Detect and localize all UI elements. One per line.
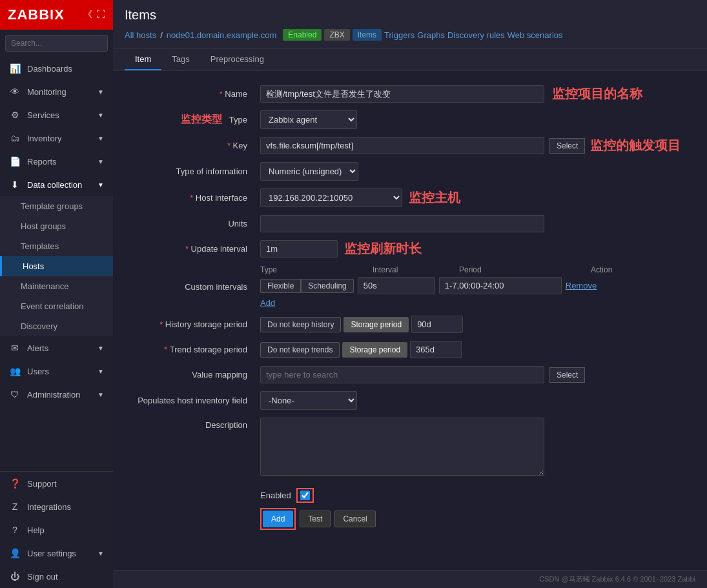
- add-button[interactable]: Add: [263, 511, 293, 527]
- trend-storage-period-button[interactable]: Storage period: [342, 342, 407, 358]
- sidebar-item-administration[interactable]: 🛡 Administration ▼: [0, 383, 113, 406]
- sidebar-item-users[interactable]: 👥 Users ▼: [0, 360, 113, 383]
- sidebar-item-monitoring[interactable]: 👁 Monitoring ▼: [0, 80, 113, 103]
- key-select-button[interactable]: Select: [549, 138, 585, 154]
- sidebar-item-services[interactable]: ⚙ Services ▼: [0, 103, 113, 127]
- breadcrumb-triggers[interactable]: Triggers: [384, 30, 415, 40]
- tab-item[interactable]: Item: [125, 49, 161, 70]
- cancel-button[interactable]: Cancel: [334, 511, 375, 527]
- annotation-type: 监控类型: [181, 114, 222, 125]
- history-storage-value-input[interactable]: [411, 316, 463, 333]
- name-input[interactable]: [260, 85, 544, 103]
- sidebar-label-help: Help: [27, 525, 45, 535]
- sidebar-label-integrations: Integrations: [27, 502, 71, 512]
- sidebar-item-inventory[interactable]: 🗂 Inventory ▼: [0, 127, 113, 150]
- sidebar-item-integrations[interactable]: Z Integrations: [0, 495, 113, 518]
- add-button-wrapper: Add: [260, 508, 296, 530]
- label-key: Key: [126, 133, 255, 158]
- tab-preprocessing[interactable]: Preprocessing: [200, 49, 274, 70]
- description-textarea[interactable]: [260, 418, 544, 476]
- sidebar-item-data-collection[interactable]: ⬇ Data collection ▼: [0, 173, 113, 196]
- label-trend-storage: Trend storage period: [126, 337, 255, 362]
- search-input[interactable]: [5, 35, 108, 52]
- sidebar-item-support[interactable]: ❓ Support: [0, 472, 113, 495]
- units-input[interactable]: [260, 215, 544, 232]
- sidebar-item-template-groups[interactable]: Template groups: [0, 196, 113, 216]
- logo-text: ZABBIX: [8, 6, 65, 23]
- period-value-input[interactable]: [439, 277, 562, 294]
- add-interval-link[interactable]: Add: [260, 298, 275, 308]
- history-storage-group: Do not keep history Storage period: [260, 316, 689, 333]
- help-icon: ?: [9, 525, 21, 535]
- label-type: 监控类型 Type: [126, 106, 255, 133]
- enabled-checkbox[interactable]: [300, 491, 310, 500]
- cell-type-of-info: Numeric (unsigned): [255, 158, 694, 185]
- sidebar-label-administration: Administration: [27, 390, 80, 400]
- data-collection-submenu: Template groups Host groups Templates Ho…: [0, 196, 113, 336]
- flexible-button[interactable]: Flexible: [260, 279, 301, 293]
- key-label-text: Key: [233, 141, 247, 150]
- row-history-storage: History storage period Do not keep histo…: [126, 312, 694, 337]
- key-input[interactable]: [260, 137, 544, 154]
- row-units: Units: [126, 211, 694, 236]
- inventory-field-select[interactable]: -None-: [260, 391, 357, 410]
- breadcrumb-all-hosts[interactable]: All hosts: [125, 30, 156, 40]
- footer-text: CSDN @马若曦 Zabbix 6.4.6 © 2001–2023 Zabbi: [539, 574, 695, 584]
- sidebar-item-hosts[interactable]: Hosts: [0, 256, 113, 276]
- logo-controls[interactable]: 《 ⛶: [83, 9, 105, 21]
- trend-no-keep-button[interactable]: Do not keep trends: [260, 342, 340, 358]
- cell-value-mapping: Select: [255, 362, 694, 387]
- update-interval-input[interactable]: [260, 240, 338, 258]
- sidebar-item-templates[interactable]: Templates: [0, 236, 113, 256]
- breadcrumb-graphs[interactable]: Graphs: [417, 30, 445, 40]
- administration-icon: 🛡: [9, 389, 21, 400]
- type-select[interactable]: Zabbix agent: [260, 110, 357, 129]
- row-name: Name 监控项目的名称: [126, 81, 694, 106]
- collapse-icon[interactable]: 《: [83, 9, 92, 21]
- sidebar-item-maintenance[interactable]: Maintenance: [0, 276, 113, 296]
- sign-out-icon: ⏻: [9, 571, 21, 582]
- row-value-mapping: Value mapping Select: [126, 362, 694, 387]
- sidebar-item-user-settings[interactable]: 👤 User settings ▼: [0, 542, 113, 565]
- sidebar-label-inventory: Inventory: [27, 134, 61, 143]
- sidebar-item-dashboards[interactable]: 📊 Dashboards: [0, 57, 113, 80]
- history-storage-period-button[interactable]: Storage period: [343, 317, 409, 332]
- breadcrumb-node[interactable]: node01.domain.example.com: [167, 30, 277, 40]
- value-mapping-select-button[interactable]: Select: [549, 367, 585, 383]
- trend-storage-value-input[interactable]: [410, 341, 462, 358]
- sidebar-label-user-settings: User settings: [27, 549, 76, 558]
- sidebar-item-alerts[interactable]: ✉ Alerts ▼: [0, 336, 113, 360]
- reports-icon: 📄: [9, 156, 21, 167]
- enabled-row: Enabled: [260, 488, 694, 503]
- history-no-keep-button[interactable]: Do not keep history: [260, 317, 341, 332]
- expand-icon[interactable]: ⛶: [96, 9, 105, 21]
- logo-bar: ZABBIX 《 ⛶: [0, 0, 113, 30]
- scheduling-button[interactable]: Scheduling: [301, 279, 353, 293]
- form-tabs: Item Tags Preprocessing: [113, 49, 707, 71]
- intervals-row: Flexible Scheduling Remove: [260, 277, 689, 294]
- sidebar-item-event-correlation[interactable]: Event correlation: [0, 296, 113, 316]
- interval-value-input[interactable]: [358, 277, 435, 294]
- breadcrumb-discovery-rules[interactable]: Discovery rules: [447, 30, 505, 40]
- sidebar-label-alerts: Alerts: [27, 343, 48, 353]
- label-history-storage: History storage period: [126, 312, 255, 337]
- sidebar-item-reports[interactable]: 📄 Reports ▼: [0, 150, 113, 173]
- sidebar-label-support: Support: [27, 479, 57, 489]
- cell-inventory-field: -None-: [255, 387, 694, 414]
- name-label-text: Name: [225, 89, 247, 99]
- tab-tags[interactable]: Tags: [161, 49, 200, 70]
- value-mapping-input[interactable]: [260, 366, 544, 383]
- sidebar-item-sign-out[interactable]: ⏻ Sign out: [0, 565, 113, 588]
- support-icon: ❓: [9, 478, 21, 489]
- sidebar-item-host-groups[interactable]: Host groups: [0, 216, 113, 236]
- breadcrumb-web-scenarios[interactable]: Web scenarios: [507, 30, 563, 40]
- row-type: 监控类型 Type Zabbix agent: [126, 106, 694, 133]
- sidebar-item-help[interactable]: ? Help: [0, 518, 113, 542]
- test-button[interactable]: Test: [300, 511, 331, 527]
- remove-link[interactable]: Remove: [566, 281, 597, 290]
- type-of-info-select[interactable]: Numeric (unsigned): [260, 162, 358, 181]
- host-interface-select[interactable]: 192.168.200.22:10050: [260, 188, 402, 207]
- label-inventory-field: Populates host inventory field: [126, 387, 255, 414]
- row-description: Description: [126, 414, 694, 482]
- sidebar-item-discovery[interactable]: Discovery: [0, 316, 113, 336]
